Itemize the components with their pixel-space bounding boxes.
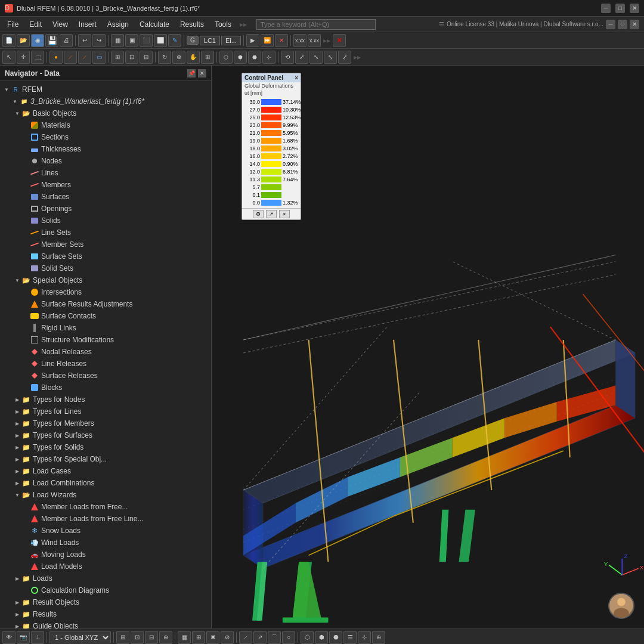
- tb2-g1[interactable]: ⬡: [219, 51, 233, 64]
- bt-btn1[interactable]: ⊞: [116, 631, 129, 644]
- viewport[interactable]: X Y Z Control Panel × Global Deformation…: [212, 66, 644, 628]
- tree-item-surface-releases[interactable]: Surface Releases: [0, 370, 211, 382]
- nav-pin[interactable]: 📌: [187, 69, 196, 78]
- tree-item-wind-loads[interactable]: 💨Wind Loads: [0, 537, 211, 549]
- tree-item-types-surfaces[interactable]: ▶📁Types for Surfaces: [0, 429, 211, 441]
- tree-item-blocks[interactable]: Blocks: [0, 382, 211, 394]
- tb-num1[interactable]: x.xx: [293, 34, 306, 47]
- tree-item-result-objects[interactable]: ▶📁Result Objects: [0, 596, 211, 608]
- bt-extra4[interactable]: ⊘: [221, 631, 234, 644]
- tb2-select[interactable]: ⬚: [31, 51, 44, 64]
- tree-item-types-lines[interactable]: ▶📁Types for Lines: [0, 405, 211, 417]
- tree-item-line-releases[interactable]: Line Releases: [0, 358, 211, 370]
- tb2-pan[interactable]: ✋: [187, 51, 200, 64]
- bt-ruler[interactable]: ⊥: [31, 631, 44, 644]
- tree-item-nodes[interactable]: Nodes: [0, 155, 211, 167]
- tree-item-line-sets[interactable]: Line Sets: [0, 227, 211, 239]
- tree-item-member-loads-free[interactable]: Member Loads from Free...: [0, 501, 211, 513]
- tb-forward[interactable]: ⏩: [261, 34, 274, 47]
- tb-last[interactable]: ✕: [333, 34, 346, 47]
- bt-btn2[interactable]: ⊡: [131, 631, 144, 644]
- bt-disp6[interactable]: ⊕: [372, 631, 385, 644]
- tb-btn5[interactable]: ⬛: [140, 34, 153, 47]
- tree-container[interactable]: ▼ R RFEM ▼ 📁 3_Brücke_Wanderlast_fertig …: [0, 81, 211, 628]
- bt-disp5[interactable]: ⊹: [358, 631, 371, 644]
- lc-badge[interactable]: LC1: [200, 36, 220, 45]
- tree-item-special-objects[interactable]: ▼📂Special Objects: [0, 274, 211, 286]
- tb2-g4[interactable]: ⊹: [262, 51, 275, 64]
- bt-line2[interactable]: ↗: [253, 631, 267, 644]
- tb-open[interactable]: 📂: [17, 34, 30, 47]
- tb2-more1[interactable]: ⊞: [111, 51, 124, 64]
- tree-item-openings[interactable]: Openings: [0, 203, 211, 215]
- tree-project[interactable]: ▼ 📁 3_Brücke_Wanderlast_fertig (1).rf6*: [0, 95, 211, 107]
- tree-item-solid-sets[interactable]: Solid Sets: [0, 262, 211, 274]
- tree-item-surface-results-adj[interactable]: Surface Results Adjustments: [0, 298, 211, 310]
- tb-btn4[interactable]: ▣: [125, 34, 138, 47]
- cp-close-footer-btn[interactable]: ×: [279, 210, 290, 218]
- cp-settings-btn[interactable]: ⚙: [253, 210, 264, 218]
- tree-item-snow-loads[interactable]: ❄Snow Loads: [0, 525, 211, 537]
- tb2-more3[interactable]: ⊟: [140, 51, 153, 64]
- menu-view[interactable]: View: [48, 19, 73, 30]
- tree-item-nodal-releases[interactable]: Nodal Releases: [0, 346, 211, 358]
- tb2-extra3[interactable]: ⤡: [309, 51, 323, 64]
- lc-ei[interactable]: Ei...: [221, 36, 241, 45]
- tb-new[interactable]: 📄: [2, 34, 16, 47]
- tb2-cursor[interactable]: ↖: [2, 51, 16, 64]
- bt-btn4[interactable]: ⊕: [159, 631, 172, 644]
- maximize-button[interactable]: □: [615, 4, 625, 13]
- tree-item-load-wizards[interactable]: ▼📂Load Wizards: [0, 489, 211, 501]
- tree-item-lines[interactable]: Lines: [0, 167, 211, 179]
- tree-item-intersections[interactable]: Intersections: [0, 286, 211, 298]
- tree-item-structure-modifications[interactable]: Structure Modifications: [0, 334, 211, 346]
- tree-item-member-loads-free-line[interactable]: Member Loads from Free Line...: [0, 513, 211, 525]
- tree-item-surfaces[interactable]: Surfaces: [0, 191, 211, 203]
- bt-arc[interactable]: ⌒: [268, 631, 281, 644]
- tree-item-surface-sets[interactable]: Surface Sets: [0, 250, 211, 262]
- tb-redo[interactable]: ↪: [92, 34, 106, 47]
- online-close[interactable]: ✕: [630, 20, 639, 29]
- tb2-cross[interactable]: ✛: [17, 51, 30, 64]
- tb2-extra5[interactable]: ⤤: [338, 51, 351, 64]
- online-maximize[interactable]: □: [618, 20, 627, 29]
- tb2-zoom[interactable]: ⊕: [172, 51, 185, 64]
- tree-item-sections[interactable]: Sections: [0, 131, 211, 143]
- tb2-line[interactable]: ⟋: [64, 51, 77, 64]
- tree-item-calc-diagrams[interactable]: Calculation Diagrams: [0, 584, 211, 596]
- tree-item-solids[interactable]: Solids: [0, 215, 211, 227]
- menu-insert[interactable]: Insert: [74, 19, 101, 30]
- tree-item-types-special[interactable]: ▶📁Types for Special Obj...: [0, 453, 211, 465]
- bt-btn3[interactable]: ⊟: [145, 631, 158, 644]
- tb-undo[interactable]: ↩: [78, 34, 91, 47]
- cp-close-btn[interactable]: ×: [295, 75, 298, 81]
- tb2-more2[interactable]: ⊡: [125, 51, 138, 64]
- tree-item-rigid-links[interactable]: Rigid Links: [0, 322, 211, 334]
- bt-circle[interactable]: ○: [282, 631, 295, 644]
- bt-disp4[interactable]: ☰: [343, 631, 357, 644]
- tree-item-guide-objects[interactable]: ▶📁Guide Objects: [0, 620, 211, 628]
- menu-tools[interactable]: Tools: [210, 19, 236, 30]
- tb2-extra2[interactable]: ⤢: [295, 51, 308, 64]
- tree-item-surface-contacts[interactable]: Surface Contacts: [0, 310, 211, 322]
- menu-assign[interactable]: Assign: [103, 19, 134, 30]
- title-bar-controls[interactable]: ─ □ ✕: [601, 4, 639, 13]
- bt-eye[interactable]: 👁: [2, 631, 16, 644]
- tb-btn3[interactable]: ▦: [111, 34, 124, 47]
- tb2-g3[interactable]: ⬣: [248, 51, 261, 64]
- tb-stop[interactable]: ✕: [275, 34, 288, 47]
- tree-item-types-solids[interactable]: ▶📁Types for Solids: [0, 441, 211, 453]
- menu-file[interactable]: File: [2, 19, 23, 30]
- tree-item-load-models[interactable]: Load Models: [0, 561, 211, 572]
- bt-extra1[interactable]: ▦: [178, 631, 191, 644]
- close-button[interactable]: ✕: [630, 4, 639, 13]
- tree-item-member-sets[interactable]: Member Sets: [0, 239, 211, 250]
- tb2-member[interactable]: ⟋: [78, 51, 91, 64]
- tree-root[interactable]: ▼ R RFEM: [0, 83, 211, 95]
- tree-item-results[interactable]: ▶📁Results: [0, 608, 211, 620]
- coord-system-select[interactable]: 1 - Global XYZ: [49, 631, 111, 643]
- tb2-rotate[interactable]: ↻: [158, 51, 171, 64]
- bt-line1[interactable]: ⟋: [239, 631, 252, 644]
- menu-edit[interactable]: Edit: [24, 19, 47, 30]
- tb2-g2[interactable]: ⬢: [234, 51, 247, 64]
